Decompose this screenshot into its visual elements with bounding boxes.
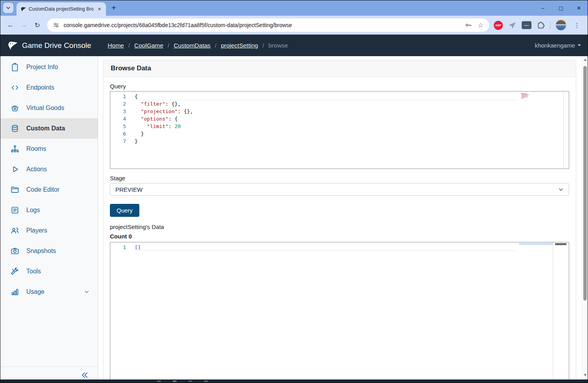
code-line[interactable]: 7} [110,137,569,145]
address-bar[interactable]: console.gamedrive.cc/projects/68a045fbde… [47,18,489,32]
browser-tabstrip: CustomData projectSetting Bro ✕ + – ▢ ✕ [0,0,588,16]
toolbar-separator [550,21,550,29]
caret-down-icon [578,44,581,46]
code-text: "limit": 20 [135,123,181,130]
reload-button[interactable]: ↻ [31,21,44,29]
breadcrumb-separator: / [262,42,264,49]
sidebar-item-usage[interactable]: Usage [0,282,98,302]
diagram-icon [10,144,20,154]
tools-icon [10,267,20,276]
sidebar-item-tools[interactable]: Tools [0,261,98,282]
minimap-border [553,242,553,381]
breadcrumb-home[interactable]: Home [108,42,124,49]
dots-extension-icon[interactable]: ••• [522,21,531,29]
sidebar-item-label: Code Editor [26,186,60,193]
line-number: 5 [110,123,126,130]
page-scrollbar[interactable] [582,56,588,379]
editor-scrollbar-thumb[interactable] [555,243,566,245]
back-button[interactable]: ← [4,21,17,29]
line-number: 6 [110,130,126,137]
sidebar-item-label: Endpoints [26,84,54,91]
clipboard-icon [10,62,20,72]
window-maximize-button[interactable]: ▢ [552,0,570,16]
collapse-sidebar-icon[interactable] [80,371,89,379]
chevron-down-icon [84,289,90,295]
sidebar-item-actions[interactable]: Actions [0,159,98,180]
stage-select[interactable]: PREVIEW [110,183,569,196]
app-navbar: Game Drive Console Home/CoolGame/CustomD… [0,35,588,56]
bookmark-star-icon[interactable]: ☆ [478,21,484,29]
code-line[interactable]: 3 "projection": {}, [110,108,569,115]
code-text: { [135,93,138,100]
browse-data-card: Browse Data Query 1{2 "filter": {},3 "pr… [103,60,576,383]
sidebar-item-label: Players [26,227,47,234]
code-text: "projection": {}, [135,108,193,115]
browser-menu-icon[interactable]: ⋮ [572,22,583,29]
code-text: } [135,137,138,145]
extensions-puzzle-icon[interactable] [537,21,545,29]
brand[interactable]: Game Drive Console [7,40,91,51]
sidebar-item-custom-data[interactable]: Custom Data [0,118,98,139]
code-line[interactable]: 4 "options": { [110,115,569,123]
stage-label: Stage [110,175,569,181]
minimap-slider[interactable] [519,243,553,245]
profile-avatar[interactable] [555,20,566,31]
bar-chart-icon [10,287,20,297]
breadcrumb-projectsetting[interactable]: projectSetting [221,42,258,49]
breadcrumb-customdatas[interactable]: CustomDatas [173,42,210,49]
site-favicon-icon [20,6,26,12]
data-title: projectSetting's Data [110,224,569,230]
line-number: 2 [110,100,126,108]
tab-search-button[interactable] [3,3,13,13]
database-icon [10,124,20,133]
sidebar-item-code-editor[interactable]: Code Editor [0,180,98,200]
window-minimize-button[interactable]: – [534,0,552,16]
forward-button[interactable]: → [17,21,31,29]
password-manager-icon[interactable] [464,21,472,29]
result-code-editor[interactable]: 1[] [110,242,569,382]
paper-plane-extension-icon[interactable] [508,21,517,29]
sidebar-item-rooms[interactable]: Rooms [0,139,98,159]
query-code-editor[interactable]: 1{2 "filter": {},3 "projection": {},4 "o… [110,91,569,169]
scroll-down-arrow[interactable] [582,374,588,376]
user-menu[interactable]: khonkaengame [535,42,581,49]
sidebar-item-label: Logs [26,207,40,214]
card-header: Browse Data [103,60,576,77]
sidebar-item-logs[interactable]: Logs [0,200,98,220]
window-close-button[interactable]: ✕ [570,0,588,16]
folder-icon [10,185,20,194]
code-line[interactable]: 5 "limit": 20 [110,123,569,130]
taskbar-sliver [0,379,588,383]
page-title: Browse Data [111,64,151,72]
sidebar-item-endpoints[interactable]: Endpoints [0,77,98,98]
scroll-up-arrow[interactable] [582,59,588,61]
sidebar-item-label: Tools [26,268,41,275]
sidebar-item-snapshots[interactable]: Snapshots [0,241,98,261]
adblock-extension-icon[interactable]: ABP [494,21,503,30]
scrollbar-thumb[interactable] [583,66,587,301]
play-icon [10,165,20,174]
line-number: 4 [110,115,126,123]
sidebar-item-project-info[interactable]: Project Info [0,57,98,77]
browser-tab[interactable]: CustomData projectSetting Bro ✕ [16,2,106,16]
code-line[interactable]: 1[] [110,244,569,251]
count-row: Count 0 [110,233,569,240]
sidebar-item-label: Custom Data [26,125,65,132]
count-label: Count [110,233,127,240]
site-settings-icon[interactable] [53,22,60,29]
code-line[interactable]: 2 "filter": {}, [110,100,569,108]
count-value: 0 [129,233,132,240]
query-button[interactable]: Query [110,204,139,217]
tab-close-icon[interactable]: ✕ [96,6,103,13]
sidebar-item-virtual-goods[interactable]: Virtual Goods [0,98,98,118]
minimap[interactable] [520,92,564,169]
new-tab-button[interactable]: + [111,4,116,12]
code-line[interactable]: 6 } [110,130,569,137]
people-icon [10,226,20,235]
code-line[interactable]: 1{ [110,93,569,100]
breadcrumb-coolgame[interactable]: CoolGame [134,42,163,49]
url-text[interactable]: console.gamedrive.cc/projects/68a045fbde… [64,22,459,28]
sidebar-item-players[interactable]: Players [0,220,98,241]
chevron-down-icon [6,5,11,10]
line-number: 1 [110,93,126,100]
